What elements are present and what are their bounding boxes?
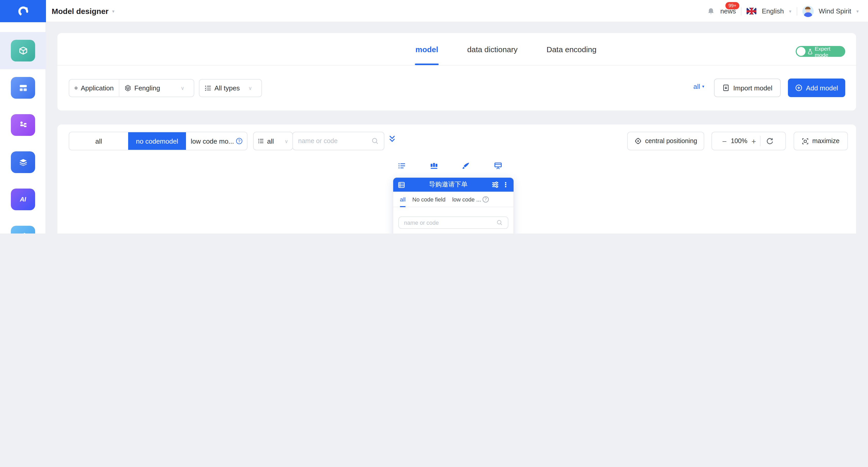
divider bbox=[741, 7, 742, 15]
search-placeholder: name or code bbox=[404, 220, 497, 226]
segment-all[interactable]: all bbox=[69, 132, 128, 150]
divider bbox=[797, 7, 797, 15]
app-sidebar: AI bbox=[0, 22, 46, 234]
application-select[interactable]: Application Fengling ∨ bbox=[69, 79, 194, 97]
columns-group-icon[interactable] bbox=[430, 162, 438, 170]
field-filter-value: all bbox=[267, 137, 274, 145]
chevron-down-icon: ∨ bbox=[181, 85, 189, 91]
zoom-control-group: − 100% + bbox=[711, 132, 786, 150]
user-caret-icon[interactable]: ▾ bbox=[857, 8, 859, 14]
search-placeholder: name or code bbox=[298, 137, 371, 145]
sidebar-item-workflow[interactable] bbox=[0, 106, 46, 144]
model-card-header[interactable]: 导购邀请下单 ⋮ bbox=[393, 178, 514, 192]
sidebar-item-analytics[interactable] bbox=[0, 218, 46, 234]
flask-icon bbox=[807, 48, 813, 55]
type-filter-select[interactable]: All types ∨ bbox=[199, 79, 262, 97]
zoom-level-value: 100% bbox=[731, 137, 747, 145]
app-hexagon-icon bbox=[125, 85, 131, 91]
tabs-divider bbox=[57, 65, 856, 66]
page-title-group: Model designer ▾ bbox=[52, 0, 115, 22]
plus-circle-icon bbox=[795, 84, 802, 91]
chevron-down-icon: ∨ bbox=[284, 138, 288, 144]
title-caret-icon[interactable]: ▾ bbox=[112, 8, 115, 14]
cube-icon bbox=[11, 40, 35, 61]
scope-dropdown[interactable]: all ▾ bbox=[693, 83, 704, 90]
list-check-icon bbox=[205, 85, 211, 91]
user-avatar[interactable] bbox=[802, 5, 813, 17]
canvas-search-input[interactable]: name or code bbox=[292, 132, 384, 150]
caret-down-icon: ▾ bbox=[702, 84, 704, 89]
card-view-icons bbox=[398, 162, 502, 170]
import-icon bbox=[722, 84, 730, 91]
field-filter-select[interactable]: all ∨ bbox=[253, 132, 293, 150]
field-tab-all[interactable]: all bbox=[400, 191, 406, 207]
application-name-segment: Fengling ∨ bbox=[119, 80, 194, 97]
add-model-button[interactable]: Add model bbox=[788, 79, 845, 97]
model-title: 导购邀请下单 bbox=[408, 180, 488, 189]
detail-list-icon[interactable] bbox=[398, 162, 406, 170]
field-tab-no-code[interactable]: No code field bbox=[412, 191, 445, 207]
expand-filters-button[interactable] bbox=[389, 135, 396, 143]
central-positioning-button[interactable]: central positioning bbox=[627, 132, 704, 150]
tab-data-encoding[interactable]: Data encoding bbox=[547, 33, 597, 65]
brush-icon[interactable] bbox=[462, 162, 470, 170]
expert-mode-label: Expert mode bbox=[815, 45, 845, 58]
application-category-value: Application bbox=[81, 84, 114, 92]
search-icon bbox=[497, 220, 503, 226]
help-icon[interactable]: ? bbox=[483, 196, 489, 202]
news-count-badge: 99+ bbox=[725, 2, 740, 9]
scope-value: all bbox=[693, 83, 700, 90]
language-caret-icon[interactable]: ▾ bbox=[789, 8, 791, 14]
username-label[interactable]: Wind Spirit bbox=[819, 7, 851, 15]
segment-low-code-model[interactable]: low code mo... ? bbox=[186, 132, 247, 150]
target-icon bbox=[634, 137, 642, 145]
app-hexagon-icon bbox=[74, 85, 78, 91]
model-detail-card: 导购邀请下单 ⋮ all No code field low code ... … bbox=[393, 177, 514, 234]
zoom-in-button[interactable]: + bbox=[747, 137, 760, 146]
tab-data-dictionary[interactable]: data dictionary bbox=[467, 33, 518, 65]
model-designer-page: Model designer ▾ 99+ news English ▾ Wind… bbox=[0, 0, 868, 234]
help-icon[interactable]: ? bbox=[236, 138, 242, 144]
ai-icon: AI bbox=[11, 189, 35, 210]
org-chart-icon bbox=[11, 114, 35, 136]
top-bar: Model designer ▾ 99+ news English ▾ Wind… bbox=[0, 0, 868, 22]
uk-flag-icon bbox=[747, 8, 757, 14]
app-logo[interactable] bbox=[0, 0, 46, 22]
search-icon bbox=[371, 137, 379, 145]
field-tab-low-code[interactable]: low code ... ? bbox=[452, 191, 489, 207]
zoom-out-button[interactable]: − bbox=[718, 137, 731, 146]
layout-icon bbox=[11, 77, 35, 99]
maximize-icon bbox=[802, 138, 809, 145]
language-label[interactable]: English bbox=[762, 7, 784, 15]
sidebar-item-ai[interactable]: AI bbox=[0, 181, 46, 218]
toggle-knob bbox=[797, 47, 805, 56]
sidebar-item-pages[interactable] bbox=[0, 69, 46, 106]
segment-no-code-model[interactable]: no codemodel bbox=[128, 132, 186, 150]
maximize-button[interactable]: maximize bbox=[794, 132, 848, 150]
table-icon bbox=[398, 181, 405, 188]
application-name-value: Fengling bbox=[134, 84, 160, 92]
board-icon[interactable] bbox=[494, 162, 502, 170]
expert-mode-toggle[interactable]: Expert mode bbox=[796, 46, 845, 57]
chevron-down-icon: ∨ bbox=[248, 85, 256, 91]
tab-model[interactable]: model bbox=[415, 33, 438, 65]
zoom-reset-button[interactable] bbox=[761, 137, 779, 145]
bell-icon[interactable] bbox=[707, 7, 715, 15]
application-category-segment: Application bbox=[69, 80, 119, 97]
field-search-input[interactable]: name or code bbox=[398, 216, 508, 229]
type-filter-value: All types bbox=[214, 84, 240, 92]
panel-tabs: model data dictionary Data encoding bbox=[415, 33, 596, 65]
model-kebab-menu[interactable]: ⋮ bbox=[502, 181, 509, 189]
reset-icon bbox=[767, 137, 774, 145]
layers-icon bbox=[11, 151, 35, 173]
double-chevron-down-icon bbox=[389, 135, 396, 143]
model-panel-header-card: model data dictionary Data encoding Expe… bbox=[57, 33, 856, 111]
settings-sliders-icon[interactable] bbox=[491, 181, 499, 189]
model-scope-segmented: all no codemodel low code mo... ? bbox=[69, 132, 247, 150]
sidebar-item-layers[interactable] bbox=[0, 144, 46, 181]
filter-lines-icon bbox=[258, 138, 264, 144]
import-model-button[interactable]: Import model bbox=[714, 79, 781, 97]
page-title: Model designer bbox=[52, 7, 108, 15]
sidebar-item-model[interactable] bbox=[0, 32, 46, 69]
field-tabs: all No code field low code ... ? bbox=[393, 192, 514, 207]
